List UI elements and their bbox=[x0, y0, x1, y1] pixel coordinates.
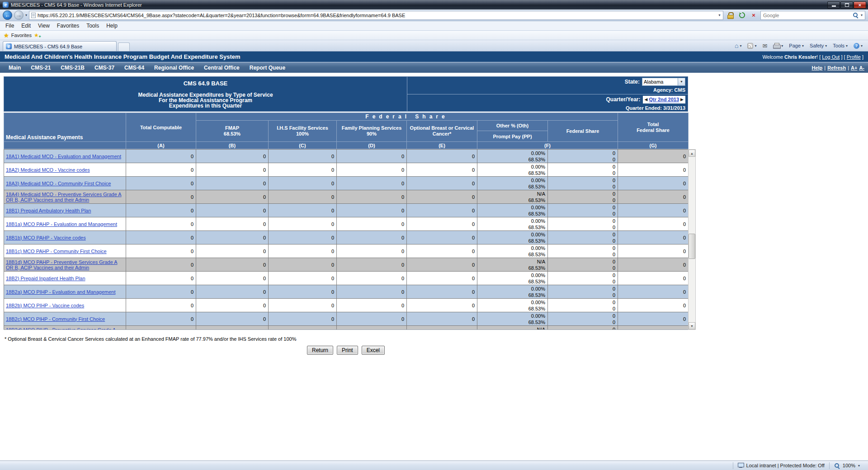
menu-item-file[interactable]: File bbox=[2, 23, 18, 29]
scroll-up-button[interactable]: ▲ bbox=[689, 150, 695, 157]
excel-button[interactable]: Excel bbox=[362, 346, 385, 355]
nav-utility-links: Help | Refresh | A+ A- bbox=[811, 65, 864, 70]
maximize-button[interactable] bbox=[840, 1, 853, 9]
feeds-button[interactable]: ▾ bbox=[745, 40, 759, 51]
letter-cell-f: (F) bbox=[477, 142, 618, 149]
stop-button[interactable]: × bbox=[749, 11, 759, 20]
minimize-button[interactable] bbox=[827, 1, 840, 9]
federal-share-top: 0 bbox=[548, 218, 618, 224]
federal-share-bottom: 0 bbox=[548, 183, 618, 190]
scrollbar-track[interactable] bbox=[689, 157, 695, 322]
nav-item-cms-64[interactable]: CMS-64 bbox=[119, 65, 149, 71]
row-link[interactable]: 18B1) Prepaid Ambulatory Health Plan bbox=[6, 208, 91, 213]
search-icon[interactable] bbox=[853, 12, 859, 18]
nav-item-cms-21[interactable]: CMS-21 bbox=[26, 65, 56, 71]
logout-link[interactable]: Log Out bbox=[822, 54, 840, 60]
cell-b: 0 bbox=[196, 299, 269, 312]
font-decrease-link[interactable]: A- bbox=[859, 65, 864, 70]
cell-b: 0 bbox=[196, 244, 269, 258]
row-link[interactable]: 18B2) Prepaid Inpatient Health Plan bbox=[6, 276, 85, 281]
row-link[interactable]: 18B2d) MCO PIHP - Preventive Services Gr… bbox=[6, 327, 116, 330]
return-button[interactable]: Return bbox=[307, 346, 333, 355]
cell-b: 0 bbox=[196, 190, 269, 204]
nav-item-cms-37[interactable]: CMS-37 bbox=[90, 65, 119, 71]
cell-other-pct: 0.00%68.53% bbox=[477, 272, 548, 285]
scrollbar-thumb[interactable] bbox=[689, 234, 695, 259]
menu-bar: FileEditViewFavoritesToolsHelp bbox=[0, 21, 868, 31]
print-button[interactable]: ▾ bbox=[770, 40, 786, 51]
quarter-year-link[interactable]: Qtr 2nd 2013 bbox=[649, 97, 679, 102]
url-text[interactable]: https://65.220.21.9/MBESCBES/CMS64/CMS64… bbox=[38, 13, 716, 18]
cell-b: 0 bbox=[196, 272, 269, 285]
table-row: 18B2) Prepaid Inpatient Health Plan00000… bbox=[4, 272, 689, 285]
row-link[interactable]: 18B1b) MCO PAHP - Vaccine codes bbox=[6, 235, 86, 240]
search-box[interactable]: Google ▾ bbox=[760, 11, 865, 20]
nav-item-main[interactable]: Main bbox=[4, 65, 26, 71]
prompt-pay-value: 68.53% bbox=[477, 238, 547, 244]
new-tab-button[interactable] bbox=[118, 42, 130, 51]
help-button[interactable]: ?▾ bbox=[851, 40, 865, 51]
nav-item-central-office[interactable]: Central Office bbox=[199, 65, 245, 71]
help-link[interactable]: Help bbox=[811, 65, 822, 70]
quarter-prev-icon[interactable]: ◀ bbox=[645, 97, 648, 102]
url-field[interactable]: https://65.220.21.9/MBESCBES/CMS64/CMS64… bbox=[29, 11, 723, 20]
row-link[interactable]: 18A2) Medicaid MCO - Vaccine codes bbox=[6, 167, 90, 173]
state-select[interactable]: Alabama ▼ bbox=[642, 78, 685, 86]
cell-federal-share: 00 bbox=[548, 190, 618, 204]
cell-federal-share: 00 bbox=[548, 177, 618, 190]
scroll-down-button[interactable]: ▼ bbox=[689, 322, 695, 329]
cell-e: 0 bbox=[407, 150, 477, 163]
search-dropdown-icon[interactable]: ▾ bbox=[861, 13, 863, 17]
refresh-link[interactable]: Refresh bbox=[827, 65, 846, 70]
zoom-control[interactable]: 100% ▾ bbox=[829, 462, 864, 469]
search-input[interactable]: Google bbox=[763, 13, 850, 18]
feeds-icon bbox=[747, 43, 753, 49]
add-favorite-button[interactable]: ★+ bbox=[34, 32, 39, 38]
row-link[interactable]: 18B1d) MCO PAHP - Preventive Services Gr… bbox=[6, 259, 118, 270]
nav-item-regional-office[interactable]: Regional Office bbox=[149, 65, 199, 71]
page-caret-icon: ▾ bbox=[802, 44, 804, 48]
nav-item-cms-21b[interactable]: CMS-21B bbox=[56, 65, 90, 71]
url-dropdown-icon[interactable]: ▼ bbox=[718, 14, 721, 17]
menu-item-favorites[interactable]: Favorites bbox=[53, 23, 83, 29]
menu-item-view[interactable]: View bbox=[34, 23, 53, 29]
menu-item-tools[interactable]: Tools bbox=[83, 23, 103, 29]
history-dropdown-icon[interactable]: ▾ bbox=[25, 13, 27, 17]
quarter-next-icon[interactable]: ▶ bbox=[680, 97, 684, 102]
row-link[interactable]: 18A1) Medicaid MCO - Evaluation and Mana… bbox=[6, 154, 121, 159]
federal-share-bottom: 0 bbox=[548, 197, 618, 203]
print-button[interactable]: Print bbox=[337, 346, 358, 355]
close-button[interactable]: × bbox=[854, 1, 866, 9]
tools-menu-button[interactable]: Tools▾ bbox=[830, 40, 850, 51]
row-link[interactable]: 18B1c) MCO PAHP - Community First Choice bbox=[6, 249, 107, 254]
profile-link[interactable]: Profile bbox=[847, 54, 861, 60]
favorites-button[interactable]: Favorites bbox=[11, 33, 32, 38]
row-link[interactable]: 18B2c) MCO PIHP - Community First Choice bbox=[6, 316, 105, 322]
refresh-button[interactable] bbox=[737, 11, 747, 20]
app-title: Medicaid And Children's Health Insurance… bbox=[5, 53, 241, 60]
page-menu-button[interactable]: Page▾ bbox=[786, 40, 807, 51]
row-link[interactable]: 18B1a) MCO PAHP - Evaluation and Managem… bbox=[6, 221, 117, 227]
safety-menu-button[interactable]: Safety▾ bbox=[807, 40, 830, 51]
back-button[interactable]: ← bbox=[3, 10, 12, 20]
row-link[interactable]: 18A3) Medicaid MCO - Community First Cho… bbox=[6, 181, 111, 186]
forward-button[interactable]: → bbox=[14, 10, 24, 20]
cell-g: 0 bbox=[618, 150, 689, 163]
row-link[interactable]: 18B2b) MCO PIHP - Vaccine codes bbox=[6, 303, 84, 308]
select-caret-icon[interactable]: ▼ bbox=[678, 78, 685, 85]
row-link[interactable]: 18A4) Medicaid MCO - Preventive Services… bbox=[6, 192, 122, 202]
row-link[interactable]: 18B2a) MCO PIHP - Evaluation and Managem… bbox=[6, 289, 116, 295]
menu-item-edit[interactable]: Edit bbox=[18, 23, 34, 29]
table-scrollbar[interactable]: ▲ ▼ bbox=[688, 149, 696, 330]
nav-item-report-queue[interactable]: Report Queue bbox=[245, 65, 290, 71]
zoom-icon bbox=[834, 463, 840, 469]
read-mail-button[interactable]: ✉ bbox=[760, 40, 770, 51]
cell-e: 0 bbox=[407, 204, 477, 217]
prompt-pay-value: 68.53% bbox=[477, 170, 547, 176]
security-lock-button[interactable] bbox=[725, 11, 735, 20]
other-pct-value: N/A bbox=[477, 326, 547, 330]
font-increase-link[interactable]: A+ bbox=[851, 65, 857, 70]
menu-item-help[interactable]: Help bbox=[103, 23, 121, 29]
home-button[interactable]: ⌂▾ bbox=[732, 40, 744, 51]
tab-active[interactable]: e MBES/CBES - CMS 64.9 Base bbox=[3, 41, 117, 51]
